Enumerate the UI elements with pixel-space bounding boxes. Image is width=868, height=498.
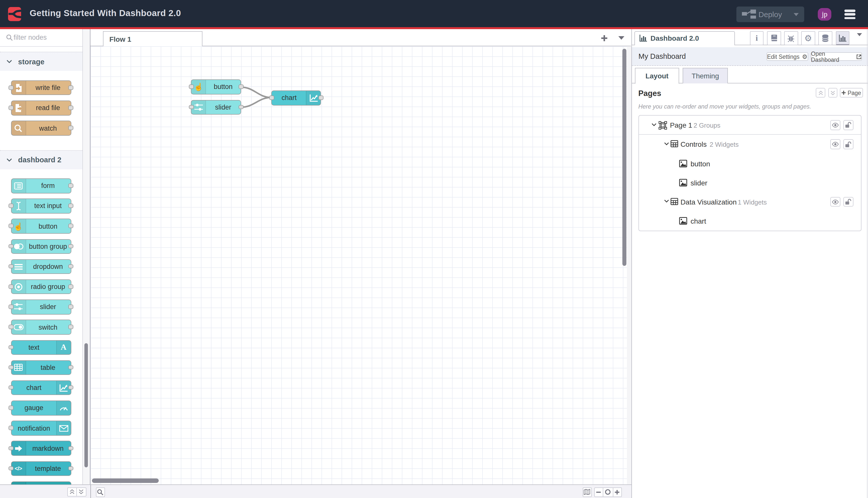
node-input-port[interactable] — [9, 304, 14, 309]
palette-node-slider[interactable]: slider — [11, 300, 71, 314]
node-input-port[interactable] — [9, 385, 14, 390]
palette-collapse-all-button[interactable] — [67, 487, 77, 496]
node-input-port[interactable] — [9, 365, 14, 370]
palette-node-form[interactable]: form — [11, 179, 71, 193]
flow-list-caret-button[interactable] — [614, 31, 628, 44]
palette-node-text-input[interactable]: text input — [11, 198, 71, 213]
sidebar-tab-dashboard[interactable]: Dashboard 2.0 — [635, 31, 735, 45]
tab-flow-1[interactable]: Flow 1 — [103, 31, 202, 46]
node-input-port[interactable] — [9, 466, 14, 470]
node-output-port[interactable] — [68, 365, 74, 370]
tree-row-button[interactable]: button — [639, 154, 861, 173]
palette-search[interactable]: filter nodes — [0, 29, 82, 47]
node-input-port[interactable] — [9, 86, 14, 90]
palette-node-read-file[interactable]: read file — [11, 101, 71, 115]
sidebar-tabs-caret-button[interactable] — [857, 36, 862, 45]
node-output-port[interactable] — [68, 106, 74, 110]
flow-node-chart[interactable]: chart — [271, 90, 321, 105]
zoom-in-button[interactable] — [613, 487, 622, 497]
palette-node-template[interactable]: </> template — [11, 461, 71, 476]
flow-node-button[interactable]: ☝ button — [191, 79, 241, 94]
node-input-port[interactable] — [9, 285, 14, 289]
flow-grid[interactable]: ☝ button slider chart — [90, 46, 627, 484]
palette-expand-all-button[interactable] — [77, 487, 86, 496]
node-input-port[interactable] — [9, 406, 14, 410]
tab-layout[interactable]: Layout — [635, 68, 679, 84]
lock-toggle-button[interactable] — [843, 120, 853, 130]
node-output-port[interactable] — [68, 466, 74, 470]
node-input-port[interactable] — [9, 325, 14, 329]
chevron-down-icon[interactable] — [664, 200, 669, 203]
node-output-port[interactable] — [68, 304, 74, 309]
node-output-port[interactable] — [239, 84, 244, 89]
node-output-port[interactable] — [239, 105, 244, 109]
node-input-port[interactable] — [9, 106, 14, 110]
palette-scrollbar-thumb[interactable] — [84, 343, 88, 467]
node-input-port[interactable] — [9, 244, 14, 248]
visibility-toggle-button[interactable] — [830, 140, 840, 149]
palette-category-dashboard2[interactable]: dashboard 2 — [0, 150, 82, 169]
edit-settings-button[interactable]: Edit Settings ⚙ — [766, 52, 808, 61]
node-output-port[interactable] — [68, 446, 74, 450]
zoom-reset-button[interactable] — [603, 487, 613, 497]
node-output-port[interactable] — [68, 204, 74, 208]
node-output-port[interactable] — [68, 385, 74, 390]
node-output-port[interactable] — [68, 126, 74, 130]
tree-row-data-visualization[interactable]: Data Visualization 1 Widgets — [639, 193, 861, 212]
canvas-vscrollbar-thumb[interactable] — [622, 49, 626, 265]
palette-node-event[interactable]: event — [11, 482, 71, 484]
tree-row-chart[interactable]: chart — [639, 212, 861, 231]
move-down-button[interactable] — [828, 88, 837, 97]
palette-node-chart[interactable]: chart — [11, 380, 71, 395]
palette-node-gauge[interactable]: gauge — [11, 401, 71, 415]
workspace-canvas[interactable]: Flow 1 ☝ button slider — [90, 29, 627, 484]
palette-node-write-file[interactable]: write file — [11, 80, 71, 95]
node-output-port[interactable] — [68, 285, 74, 289]
node-input-port[interactable] — [9, 345, 14, 349]
lock-toggle-button[interactable] — [843, 140, 853, 149]
palette-node-notification[interactable]: notification — [11, 421, 71, 436]
visibility-toggle-button[interactable] — [830, 120, 840, 130]
node-input-port[interactable] — [9, 264, 14, 268]
tree-row-page1[interactable]: Page 1 2 Groups — [639, 116, 861, 135]
node-input-port[interactable] — [9, 446, 14, 450]
user-avatar[interactable]: jp — [818, 8, 831, 21]
sidebar-tab-config-button[interactable]: ⚙ — [801, 31, 815, 45]
palette-node-button[interactable]: ☝ button — [11, 219, 71, 234]
sidebar-tab-info-button[interactable]: i — [750, 31, 763, 45]
sidebar-tab-help-button[interactable] — [767, 31, 781, 45]
palette-node-radio-group[interactable]: radio group — [11, 279, 71, 294]
node-output-port[interactable] — [68, 86, 74, 90]
palette-node-button-group[interactable]: button group — [11, 239, 71, 254]
palette-node-watch[interactable]: watch — [11, 121, 71, 136]
move-up-button[interactable] — [816, 88, 825, 97]
palette-node-table[interactable]: table — [11, 360, 71, 375]
visibility-toggle-button[interactable] — [830, 197, 840, 207]
node-input-port[interactable] — [269, 95, 274, 100]
sidebar-tab-context-button[interactable] — [818, 31, 832, 45]
node-input-port[interactable] — [189, 84, 194, 89]
canvas-hscrollbar-thumb[interactable] — [92, 479, 159, 483]
node-output-port[interactable] — [318, 95, 323, 100]
node-input-port[interactable] — [9, 426, 14, 430]
main-menu-button[interactable] — [844, 10, 856, 19]
wire-button-to-chart[interactable] — [241, 87, 271, 97]
canvas-search-button[interactable] — [96, 487, 105, 497]
chevron-down-icon[interactable] — [664, 142, 669, 146]
node-input-port[interactable] — [9, 204, 14, 208]
tab-theming[interactable]: Theming — [683, 68, 728, 83]
node-output-port[interactable] — [68, 264, 74, 268]
node-input-port[interactable] — [189, 105, 194, 109]
sidebar-tab-debug-button[interactable] — [784, 31, 798, 45]
node-input-port[interactable] — [9, 224, 14, 228]
palette-node-markdown[interactable]: markdown — [11, 441, 71, 456]
palette-node-dropdown[interactable]: dropdown — [11, 259, 71, 274]
node-output-port[interactable] — [68, 224, 74, 228]
flow-node-slider[interactable]: slider — [191, 100, 241, 115]
sidebar-tab-dashboard-button[interactable] — [836, 31, 850, 45]
deploy-options-caret-icon[interactable] — [794, 13, 799, 16]
palette-node-switch[interactable]: switch — [11, 320, 71, 335]
node-output-port[interactable] — [68, 244, 74, 248]
node-output-port[interactable] — [68, 325, 74, 329]
navigator-button[interactable] — [583, 487, 592, 497]
